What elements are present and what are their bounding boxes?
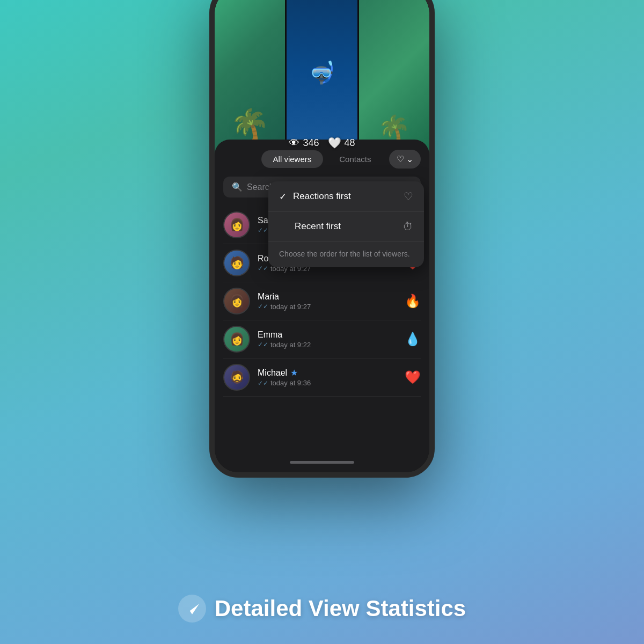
bottom-panel: All viewers Contacts ♡ ⌄ ✓ Reactions fir… bbox=[215, 140, 429, 472]
tagline-text: Detailed View Statistics bbox=[215, 596, 466, 621]
stats-bar: 👁 346 🤍 48 bbox=[289, 136, 355, 149]
telegram-logo-icon bbox=[178, 595, 206, 623]
image-grid: 👁 346 🤍 48 bbox=[215, 0, 429, 156]
app-tagline: Detailed View Statistics bbox=[0, 595, 644, 623]
sort-button[interactable]: ♡ ⌄ bbox=[389, 150, 421, 169]
clock-icon: ⏱ bbox=[402, 221, 413, 233]
reaction-droplets: 💧 bbox=[405, 332, 421, 347]
tab-bar: All viewers Contacts ♡ ⌄ ✓ Reactions fir… bbox=[215, 150, 429, 177]
heart-sort-icon: ♡ bbox=[397, 154, 404, 164]
read-receipt-icon: ✓✓ bbox=[258, 265, 268, 272]
avatar-emma: 👩 bbox=[223, 326, 250, 353]
tab-contacts[interactable]: Contacts bbox=[327, 150, 383, 168]
viewer-info-emma: Emma ✓✓ today at 9:22 bbox=[258, 330, 421, 349]
viewer-info-michael: Michael ★ ✓✓ today at 9:36 bbox=[258, 368, 421, 387]
avatar-sara: 👩 bbox=[223, 211, 250, 238]
avatar-maria: 👩 bbox=[223, 288, 250, 314]
read-receipt-icon: ✓✓ bbox=[258, 303, 268, 310]
heart-option-icon: ♡ bbox=[404, 190, 413, 203]
viewer-name-maria: Maria bbox=[258, 292, 421, 302]
avatar-michael: 🧔 bbox=[223, 364, 250, 391]
read-receipt-icon: ✓✓ bbox=[258, 341, 268, 348]
avatar-rob: 🧑 bbox=[223, 250, 250, 276]
image-cell-2 bbox=[287, 0, 357, 156]
bottom-text-section: Detailed View Statistics bbox=[0, 595, 644, 623]
reaction-red-heart: ❤️ bbox=[405, 370, 421, 385]
viewer-item-maria[interactable]: 👩 Maria ✓✓ today at 9:27 🔥 bbox=[223, 282, 421, 320]
viewer-item-emma[interactable]: 👩 Emma ✓✓ today at 9:22 💧 bbox=[223, 320, 421, 358]
phone-screen: 👁 346 🤍 48 All viewers Contacts ♡ bbox=[215, 0, 429, 472]
page-wrapper: 👁 346 🤍 48 All viewers Contacts ♡ bbox=[0, 0, 644, 644]
svg-point-0 bbox=[178, 595, 206, 623]
search-icon: 🔍 bbox=[232, 182, 243, 192]
image-cell-1 bbox=[215, 0, 285, 156]
sort-dropdown: ✓ Reactions first ♡ Recent first ⏱ bbox=[268, 181, 424, 267]
viewer-name-michael: Michael ★ bbox=[258, 368, 421, 378]
image-cell-3 bbox=[359, 0, 429, 156]
dropdown-reactions-first[interactable]: ✓ Reactions first ♡ bbox=[268, 181, 424, 211]
phone-mockup: 👁 346 🤍 48 All viewers Contacts ♡ bbox=[209, 0, 435, 478]
viewer-name-emma: Emma bbox=[258, 330, 421, 340]
chevron-down-icon: ⌄ bbox=[406, 154, 413, 164]
premium-star-icon: ★ bbox=[290, 368, 298, 378]
reaction-fire: 🔥 bbox=[405, 294, 421, 309]
viewer-info-maria: Maria ✓✓ today at 9:27 bbox=[258, 292, 421, 311]
heart-icon: 🤍 bbox=[328, 136, 341, 149]
dropdown-recent-first[interactable]: Recent first ⏱ bbox=[268, 212, 424, 241]
dropdown-description: Choose the order for the list of viewers… bbox=[268, 241, 424, 267]
read-receipt-icon: ✓✓ bbox=[258, 226, 268, 234]
view-count: 👁 346 bbox=[289, 137, 319, 149]
read-receipt-icon: ✓✓ bbox=[258, 379, 268, 387]
like-count: 🤍 48 bbox=[328, 136, 355, 149]
scroll-indicator bbox=[290, 461, 354, 464]
viewer-time-maria: ✓✓ today at 9:27 bbox=[258, 303, 421, 311]
viewer-time-emma: ✓✓ today at 9:22 bbox=[258, 341, 421, 349]
eye-icon: 👁 bbox=[289, 137, 299, 149]
checkmark-icon: ✓ bbox=[279, 191, 287, 202]
viewer-item-michael[interactable]: 🧔 Michael ★ ✓✓ today at 9:36 ❤️ bbox=[223, 358, 421, 397]
viewer-time-michael: ✓✓ today at 9:36 bbox=[258, 379, 421, 387]
tab-all-viewers[interactable]: All viewers bbox=[261, 150, 324, 168]
